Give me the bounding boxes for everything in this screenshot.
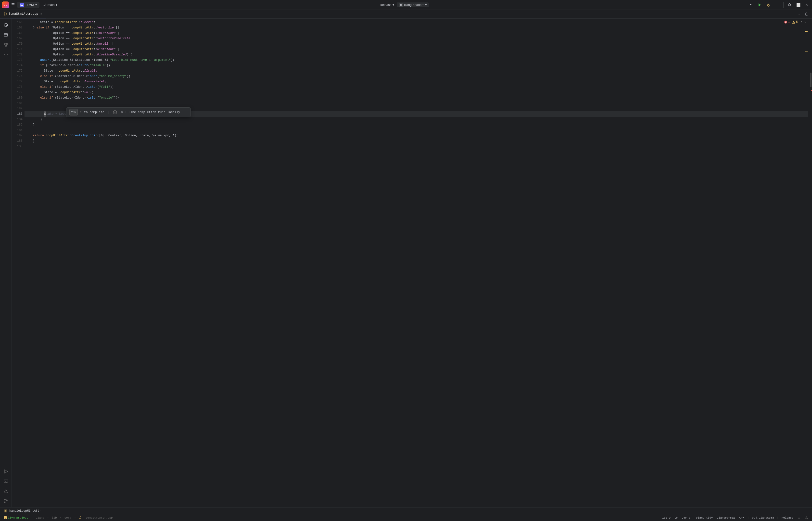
- ln-169: 169: [13, 36, 23, 41]
- active-tab[interactable]: {} SemaStmtAttr.cpp ✕: [0, 10, 46, 18]
- run-button[interactable]: [756, 1, 763, 8]
- status-context-separator: |: [747, 516, 749, 519]
- app-icon: LL: [2, 1, 9, 8]
- ln-177: 177: [13, 79, 23, 84]
- ln-175: 175: [13, 68, 23, 73]
- status-filename-item[interactable]: SemaStmtAttr.cpp: [85, 516, 114, 519]
- more-actions-button[interactable]: ⋯: [773, 1, 781, 8]
- tab-filename-label: SemaStmtAttr.cpp: [9, 12, 38, 16]
- ln-189: 189: [13, 144, 23, 149]
- build-button[interactable]: [747, 1, 755, 8]
- right-gutter[interactable]: [808, 19, 812, 507]
- clang-dropdown-icon: ▾: [425, 3, 427, 7]
- ln-184: 184: [13, 117, 23, 122]
- status-encoding[interactable]: UTF-8: [681, 516, 691, 519]
- ln-171: 171: [13, 47, 23, 52]
- line-numbers: 166 167 168 169 170 171 172 173 174 175 …: [12, 19, 24, 507]
- ln-172: 172: [13, 52, 23, 58]
- status-settings-button[interactable]: [804, 515, 809, 521]
- prev-problem-button[interactable]: ∧: [800, 20, 803, 24]
- status-line-ending[interactable]: LF: [673, 516, 679, 519]
- project-selector-button[interactable]: LL LLVM ▾: [17, 2, 40, 8]
- code-line-170: Option == LoopHintAttr::Unroll ||: [24, 41, 808, 47]
- error-badge: 1: [784, 20, 790, 24]
- status-network-button[interactable]: [796, 515, 802, 521]
- status-position[interactable]: 183:9: [661, 516, 672, 519]
- problems-indicator: 1 5 ∧ ∨: [784, 20, 807, 24]
- next-problem-button[interactable]: ∨: [804, 20, 807, 24]
- code-line-176: else if (StateLoc->Ident->isStr("assume_…: [24, 73, 808, 79]
- ln-187: 187: [13, 133, 23, 138]
- titlebar: LL ☰ LL LLVM ▾ ⎇ main ▾ Release ▾ ▣ clan…: [0, 0, 812, 10]
- ln-176: 176: [13, 73, 23, 79]
- code-line-179: State = LoopHintAttr::Full;: [24, 90, 808, 95]
- scrollbar-thumb[interactable]: [810, 73, 812, 87]
- cpp-file-icon: [79, 516, 82, 519]
- code-editor[interactable]: 166 167 168 169 170 171 172 173 174 175 …: [12, 19, 808, 507]
- activity-terminal-button[interactable]: [1, 477, 10, 486]
- svg-point-4: [788, 3, 791, 6]
- code-line-175: State = LoopHintAttr::Disable;: [24, 68, 808, 73]
- ln-186: 186: [13, 128, 23, 133]
- status-formatter[interactable]: ClangFormat: [716, 516, 737, 519]
- activity-structure-button[interactable]: [1, 40, 10, 49]
- code-lines: State = LoopHintAttr::Numeric; } else if…: [24, 19, 808, 507]
- divider: [783, 2, 784, 8]
- breadcrumb-function[interactable]: handleLoopHintAttr: [9, 509, 41, 513]
- close-button[interactable]: ✕: [803, 1, 810, 8]
- completion-mode-icon: ○: [113, 110, 117, 114]
- code-line-171: Option == LoopHintAttr::Distribute ||: [24, 47, 808, 52]
- code-content[interactable]: 166 167 168 169 170 171 172 173 174 175 …: [12, 19, 808, 507]
- activity-recent-button[interactable]: [1, 21, 10, 29]
- bc-sep-4: ›: [74, 516, 76, 519]
- status-project-button[interactable]: L llvm-project: [3, 516, 29, 519]
- network-icon: [797, 516, 801, 520]
- status-linter[interactable]: .clang-tidy: [693, 516, 714, 519]
- svg-point-15: [4, 502, 5, 503]
- activity-problems-button[interactable]: [1, 487, 10, 496]
- activity-more-button[interactable]: ⋯: [1, 50, 10, 59]
- tab-badge: Tab: [69, 109, 78, 115]
- svg-rect-0: [749, 6, 752, 6]
- release-config-button[interactable]: Release ▾: [377, 2, 397, 7]
- debug-button[interactable]: [765, 1, 772, 8]
- code-line-172: Option == LoopHintAttr::PipelineDisabled…: [24, 52, 808, 58]
- status-context[interactable]: obj.clangSema: [751, 516, 775, 519]
- ln-183: 183: [13, 111, 23, 117]
- code-line-178: else if (StateLoc->Ident->isStr("full")): [24, 84, 808, 90]
- code-line-169: Option == LoopHintAttr::VectorizePredica…: [24, 36, 808, 41]
- llvm-icon: L: [4, 516, 7, 519]
- status-sema-item[interactable]: Sema: [64, 516, 72, 519]
- svg-rect-8: [4, 43, 5, 44]
- tab-close-button[interactable]: ✕: [40, 12, 43, 16]
- status-lib-item[interactable]: lib: [51, 516, 58, 519]
- maximize-button[interactable]: ⬜: [795, 1, 802, 8]
- project-dropdown-icon: ▾: [35, 3, 37, 7]
- tab-right-buttons: ⋯: [794, 10, 812, 18]
- activity-git-button[interactable]: [1, 497, 10, 505]
- function-icon: f: [4, 509, 7, 513]
- clang-target-label: clang-headers: [404, 3, 424, 7]
- code-line-168: Option == LoopHintAttr::Interleave ||: [24, 30, 808, 36]
- main-layout: ⋯: [0, 19, 812, 507]
- tab-more-button[interactable]: ⋯: [794, 10, 802, 18]
- svg-rect-23: [79, 516, 81, 519]
- hamburger-menu-button[interactable]: ☰: [10, 1, 16, 8]
- app-icon-text: LL: [3, 3, 7, 7]
- status-clang-item[interactable]: clang: [35, 516, 45, 519]
- status-build-config[interactable]: Release: [781, 516, 794, 519]
- code-line-166: State = LoopHintAttr::Numeric;: [24, 20, 808, 25]
- search-button[interactable]: [786, 1, 793, 8]
- branch-dropdown-icon: ▾: [56, 3, 57, 7]
- clang-target-button[interactable]: ▣ clang-headers ▾: [397, 2, 429, 7]
- branch-selector-button[interactable]: ⎇ main ▾: [41, 2, 59, 7]
- activity-run-button[interactable]: [1, 467, 10, 476]
- ln-174: 174: [13, 63, 23, 68]
- status-language[interactable]: C++: [738, 516, 745, 519]
- activity-explorer-button[interactable]: [1, 30, 10, 39]
- notifications-button[interactable]: [803, 10, 810, 18]
- tooltip-more-button[interactable]: ⋮: [182, 110, 188, 115]
- svg-text:L: L: [5, 517, 6, 519]
- svg-point-3: [767, 4, 769, 6]
- bc-sep-3: ›: [60, 516, 62, 519]
